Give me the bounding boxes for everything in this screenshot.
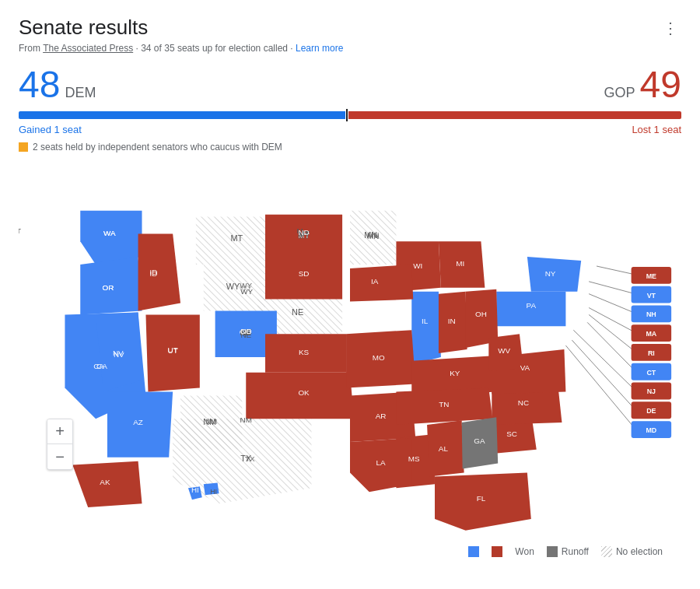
svg-text:VT: VT	[647, 292, 656, 300]
legend-runoff-label: Runoff	[562, 546, 589, 557]
svg-line-81	[565, 345, 635, 429]
legend-gop-won	[492, 546, 502, 557]
dem-bar	[19, 111, 345, 119]
legend-runoff: Runoff	[547, 546, 589, 557]
zoom-in-button[interactable]: +	[47, 419, 72, 444]
gained-label: Gained 1 seat	[19, 124, 82, 135]
gop-label: GOP	[604, 85, 635, 101]
legend-gop-color	[492, 546, 502, 557]
svg-marker-33	[427, 420, 464, 476]
page-title: Senate results	[19, 16, 343, 40]
legend-won-label: Won	[515, 546, 534, 557]
svg-marker-17	[145, 314, 199, 391]
gop-bar	[348, 111, 681, 119]
dem-label: DEM	[65, 85, 96, 101]
svg-line-63	[589, 294, 635, 314]
svg-marker-19	[265, 257, 342, 299]
svg-marker-29	[439, 292, 467, 353]
svg-marker-13	[411, 292, 441, 365]
svg-marker-32	[396, 388, 492, 426]
svg-line-78	[572, 340, 635, 409]
independent-color-swatch	[19, 142, 28, 152]
svg-marker-8	[80, 257, 142, 314]
svg-text:MA: MA	[646, 330, 656, 338]
svg-marker-15	[527, 257, 581, 292]
svg-marker-39	[462, 417, 499, 468]
zoom-out-button[interactable]: −	[47, 444, 72, 469]
svg-text:CT: CT	[646, 369, 656, 377]
svg-text:ME: ME	[646, 272, 656, 280]
svg-marker-12	[107, 391, 173, 457]
svg-text:NH: NH	[646, 310, 656, 318]
svg-line-72	[587, 322, 635, 370]
subtitle: From The Associated Press · 34 of 35 sea…	[19, 43, 343, 54]
svg-marker-22	[346, 330, 415, 387]
svg-marker-21	[246, 373, 354, 419]
legend-hatch-pattern	[601, 546, 612, 557]
legend-runoff-color	[547, 546, 558, 557]
map-legend: Won Runoff No election	[19, 540, 681, 563]
svg-marker-5	[350, 211, 396, 265]
dem-count: 48	[19, 66, 60, 103]
lost-label: Lost 1 seat	[632, 124, 681, 135]
svg-line-60	[589, 282, 635, 294]
zoom-controls: + −	[47, 419, 73, 470]
svg-text:DE: DE	[646, 407, 656, 415]
svg-text:RI: RI	[648, 349, 655, 357]
svg-text:NJ: NJ	[647, 387, 656, 395]
label-hi-text: HI	[210, 488, 217, 496]
svg-marker-7	[80, 211, 142, 265]
legend-dem-won	[468, 546, 479, 557]
svg-line-84	[597, 266, 635, 275]
us-map: WA OR CA NV ID UT WY NE NM MT MT MT MT M…	[19, 159, 681, 540]
svg-marker-27	[439, 241, 485, 287]
svg-marker-10	[96, 312, 142, 391]
gop-count: 49	[640, 66, 681, 103]
more-options-icon[interactable]: ⋮	[660, 16, 681, 40]
svg-marker-28	[350, 265, 413, 302]
svg-marker-2	[204, 265, 265, 310]
svg-marker-40	[72, 461, 142, 507]
svg-marker-37	[488, 334, 523, 371]
legend-dem-color	[468, 546, 479, 557]
svg-marker-20	[265, 334, 346, 373]
legend-no-election-label: No election	[616, 546, 663, 557]
svg-marker-14	[496, 292, 565, 327]
svg-marker-18	[265, 215, 342, 257]
learn-more-link[interactable]: Learn more	[296, 43, 343, 54]
independent-note: 2 seats held by independent senators who…	[19, 142, 681, 153]
svg-text:MD: MD	[646, 426, 656, 434]
svg-marker-25	[350, 438, 411, 492]
bar-divider	[346, 109, 348, 121]
svg-marker-41	[188, 486, 202, 500]
seat-bar	[19, 111, 681, 119]
legend-no-election: No election	[601, 546, 663, 557]
svg-marker-38	[435, 473, 531, 531]
source-link[interactable]: The Associated Press	[43, 43, 133, 54]
svg-marker-16	[138, 233, 180, 310]
